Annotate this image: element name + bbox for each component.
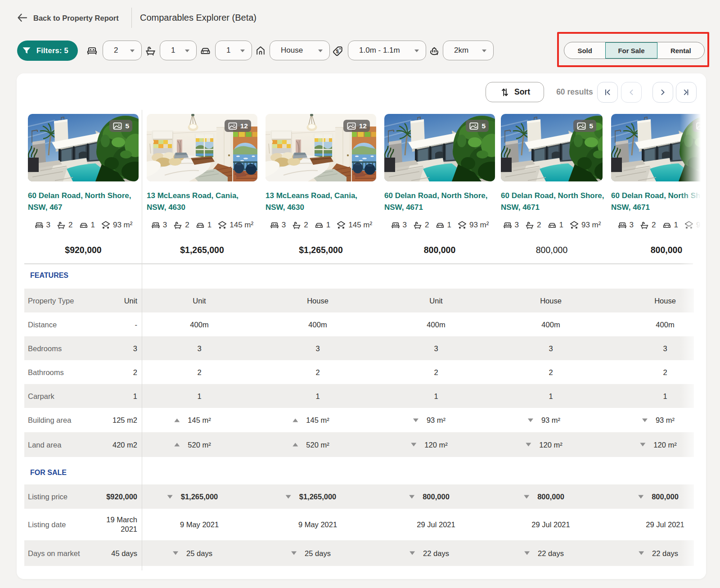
svg-text:$: $ (336, 49, 339, 54)
